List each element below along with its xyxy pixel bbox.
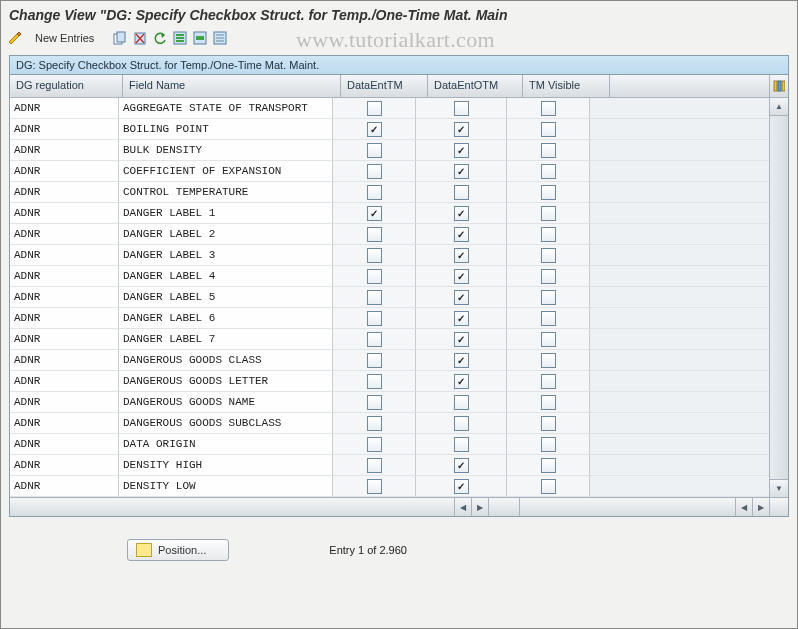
- cell-field-name[interactable]: DANGER LABEL 5: [119, 287, 333, 308]
- select-block-icon[interactable]: [191, 29, 209, 47]
- checkbox-c1[interactable]: [367, 290, 382, 305]
- cell-regulation[interactable]: ADNR: [10, 203, 119, 224]
- checkbox-c2[interactable]: ✓: [454, 479, 469, 494]
- checkbox-c2[interactable]: ✓: [454, 458, 469, 473]
- checkbox-c1[interactable]: [367, 416, 382, 431]
- cell-regulation[interactable]: ADNR: [10, 350, 119, 371]
- cell-regulation[interactable]: ADNR: [10, 413, 119, 434]
- checkbox-c1[interactable]: [367, 269, 382, 284]
- cell-regulation[interactable]: ADNR: [10, 161, 119, 182]
- checkbox-c3[interactable]: [541, 185, 556, 200]
- cell-regulation[interactable]: ADNR: [10, 476, 119, 497]
- table-row[interactable]: ADNRDATA ORIGIN: [10, 434, 769, 455]
- checkbox-c2[interactable]: ✓: [454, 122, 469, 137]
- checkbox-c2[interactable]: ✓: [454, 290, 469, 305]
- hscroll-prev-icon[interactable]: ▶: [471, 498, 488, 516]
- cell-regulation[interactable]: ADNR: [10, 455, 119, 476]
- cell-field-name[interactable]: DANGER LABEL 2: [119, 224, 333, 245]
- checkbox-c3[interactable]: [541, 437, 556, 452]
- column-header-field-name[interactable]: Field Name: [123, 75, 341, 97]
- checkbox-c3[interactable]: [541, 416, 556, 431]
- checkbox-c1[interactable]: [367, 227, 382, 242]
- table-row[interactable]: ADNRDENSITY HIGH✓: [10, 455, 769, 476]
- checkbox-c3[interactable]: [541, 206, 556, 221]
- table-row[interactable]: ADNRDANGER LABEL 3✓: [10, 245, 769, 266]
- checkbox-c3[interactable]: [541, 290, 556, 305]
- delete-icon[interactable]: [131, 29, 149, 47]
- checkbox-c1[interactable]: [367, 437, 382, 452]
- checkbox-c1[interactable]: [367, 458, 382, 473]
- vertical-scrollbar[interactable]: ▲ ▼: [769, 98, 788, 497]
- checkbox-c1[interactable]: ✓: [367, 122, 382, 137]
- cell-field-name[interactable]: BOILING POINT: [119, 119, 333, 140]
- checkbox-c2[interactable]: ✓: [454, 143, 469, 158]
- cell-field-name[interactable]: DANGER LABEL 4: [119, 266, 333, 287]
- table-row[interactable]: ADNRDANGEROUS GOODS NAME: [10, 392, 769, 413]
- checkbox-c3[interactable]: [541, 311, 556, 326]
- checkbox-c3[interactable]: [541, 248, 556, 263]
- column-header-tmvisible[interactable]: TM Visible: [523, 75, 610, 97]
- column-header-dataentotm[interactable]: DataEntOTM: [428, 75, 523, 97]
- table-row[interactable]: ADNRDANGER LABEL 5✓: [10, 287, 769, 308]
- table-row[interactable]: ADNRDENSITY LOW✓: [10, 476, 769, 497]
- checkbox-c3[interactable]: [541, 227, 556, 242]
- cell-field-name[interactable]: DANGER LABEL 7: [119, 329, 333, 350]
- checkbox-c2[interactable]: [454, 437, 469, 452]
- table-row[interactable]: ADNRBULK DENSITY✓: [10, 140, 769, 161]
- cell-regulation[interactable]: ADNR: [10, 371, 119, 392]
- checkbox-c1[interactable]: [367, 353, 382, 368]
- cell-field-name[interactable]: DANGEROUS GOODS NAME: [119, 392, 333, 413]
- checkbox-c1[interactable]: [367, 395, 382, 410]
- checkbox-c1[interactable]: [367, 101, 382, 116]
- table-row[interactable]: ADNRDANGER LABEL 1✓✓: [10, 203, 769, 224]
- cell-field-name[interactable]: DANGEROUS GOODS SUBCLASS: [119, 413, 333, 434]
- checkbox-c2[interactable]: ✓: [454, 248, 469, 263]
- cell-regulation[interactable]: ADNR: [10, 329, 119, 350]
- table-row[interactable]: ADNRDANGEROUS GOODS SUBCLASS: [10, 413, 769, 434]
- cell-field-name[interactable]: DATA ORIGIN: [119, 434, 333, 455]
- cell-regulation[interactable]: ADNR: [10, 308, 119, 329]
- table-row[interactable]: ADNRDANGEROUS GOODS CLASS✓: [10, 350, 769, 371]
- hscroll-next-icon[interactable]: ◀: [735, 498, 752, 516]
- table-row[interactable]: ADNRDANGER LABEL 4✓: [10, 266, 769, 287]
- checkbox-c3[interactable]: [541, 353, 556, 368]
- scroll-track[interactable]: [770, 116, 788, 479]
- table-row[interactable]: ADNRCOEFFICIENT OF EXPANSION✓: [10, 161, 769, 182]
- checkbox-c3[interactable]: [541, 332, 556, 347]
- configure-columns-icon[interactable]: [770, 75, 788, 97]
- checkbox-c2[interactable]: ✓: [454, 332, 469, 347]
- cell-field-name[interactable]: DANGEROUS GOODS LETTER: [119, 371, 333, 392]
- cell-field-name[interactable]: CONTROL TEMPERATURE: [119, 182, 333, 203]
- hscroll-last-icon[interactable]: ▶: [752, 498, 769, 516]
- cell-regulation[interactable]: ADNR: [10, 266, 119, 287]
- table-row[interactable]: ADNRDANGER LABEL 6✓: [10, 308, 769, 329]
- cell-field-name[interactable]: BULK DENSITY: [119, 140, 333, 161]
- checkbox-c2[interactable]: [454, 185, 469, 200]
- checkbox-c2[interactable]: ✓: [454, 227, 469, 242]
- checkbox-c2[interactable]: [454, 101, 469, 116]
- cell-regulation[interactable]: ADNR: [10, 434, 119, 455]
- checkbox-c1[interactable]: [367, 248, 382, 263]
- cell-field-name[interactable]: COEFFICIENT OF EXPANSION: [119, 161, 333, 182]
- checkbox-c1[interactable]: [367, 374, 382, 389]
- undo-change-icon[interactable]: [151, 29, 169, 47]
- cell-regulation[interactable]: ADNR: [10, 224, 119, 245]
- checkbox-c3[interactable]: [541, 395, 556, 410]
- table-row[interactable]: ADNRDANGEROUS GOODS LETTER✓: [10, 371, 769, 392]
- deselect-all-icon[interactable]: [211, 29, 229, 47]
- checkbox-c1[interactable]: ✓: [367, 206, 382, 221]
- cell-regulation[interactable]: ADNR: [10, 182, 119, 203]
- checkbox-c1[interactable]: [367, 332, 382, 347]
- toggle-display-change-icon[interactable]: [6, 29, 24, 47]
- cell-regulation[interactable]: ADNR: [10, 245, 119, 266]
- checkbox-c3[interactable]: [541, 164, 556, 179]
- checkbox-c1[interactable]: [367, 143, 382, 158]
- checkbox-c3[interactable]: [541, 374, 556, 389]
- cell-regulation[interactable]: ADNR: [10, 392, 119, 413]
- checkbox-c1[interactable]: [367, 479, 382, 494]
- checkbox-c2[interactable]: ✓: [454, 206, 469, 221]
- checkbox-c3[interactable]: [541, 479, 556, 494]
- copy-as-icon[interactable]: [111, 29, 129, 47]
- cell-regulation[interactable]: ADNR: [10, 287, 119, 308]
- checkbox-c1[interactable]: [367, 164, 382, 179]
